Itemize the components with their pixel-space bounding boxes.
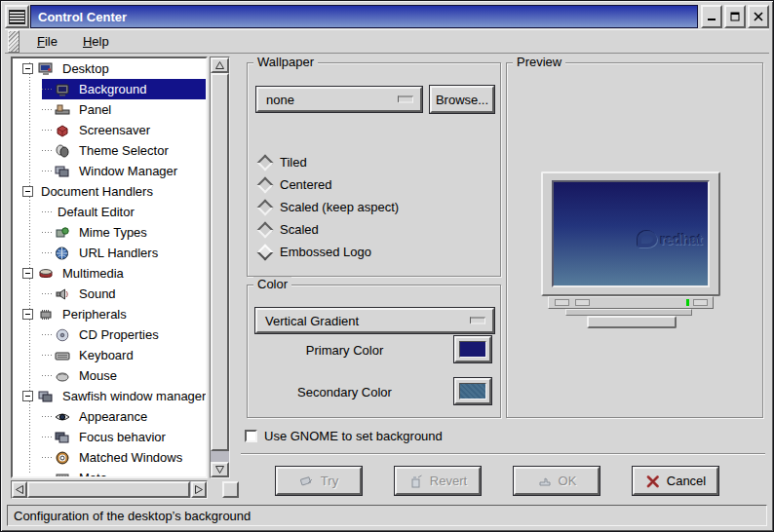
window-menu-button[interactable]	[5, 5, 29, 28]
tree-item-default-editor[interactable]: Default Editor	[42, 202, 206, 222]
monitor-screen: redhat	[552, 180, 710, 287]
use-gnome-checkbox-row[interactable]: Use GNOME to set background	[245, 429, 443, 443]
radio-diamond-icon[interactable]	[257, 199, 274, 215]
try-button[interactable]: Try	[276, 467, 362, 495]
tree-item-label: Focus behavior	[76, 429, 169, 445]
horizontal-scrollbar-thumb[interactable]	[27, 481, 190, 498]
radio-scaled-keep-aspect[interactable]: Scaled (keep aspect)	[257, 196, 492, 218]
tree-item-keyboard[interactable]: Keyboard	[42, 345, 206, 365]
expander-minus-icon[interactable]	[22, 391, 33, 401]
expander-minus-icon[interactable]	[22, 309, 33, 320]
titlebar[interactable]: Control Center	[30, 5, 698, 28]
redhat-logo-text: redhat	[660, 231, 702, 247]
tree-item-label: URL Handlers	[76, 245, 161, 261]
tree-item-label: Sawfish window manager	[59, 388, 208, 404]
expander-minus-icon[interactable]	[22, 186, 33, 197]
button-label: OK	[559, 474, 577, 488]
radio-diamond-icon[interactable]	[257, 244, 274, 260]
radio-label: Embossed Logo	[280, 245, 371, 259]
tree-item-peripherals[interactable]: Peripherals	[13, 304, 206, 324]
tree-item-matched-windows[interactable]: Matched Windows	[42, 447, 206, 468]
arrow-left-icon	[16, 485, 23, 494]
menu-file[interactable]: File	[29, 31, 65, 52]
radio-diamond-icon[interactable]	[257, 154, 274, 171]
radio-embossed-logo[interactable]: Embossed Logo	[257, 241, 492, 263]
tree-item-appearance[interactable]: Appearance	[42, 406, 206, 427]
monitor-button-icon	[555, 299, 569, 306]
power-led-icon	[686, 299, 689, 306]
tree-item-meta[interactable]: Meta	[42, 468, 206, 478]
redhat-swirl-icon	[638, 231, 657, 247]
close-button[interactable]	[748, 5, 769, 28]
theme-selector-icon	[55, 143, 71, 158]
tree-item-panel[interactable]: Panel	[42, 99, 206, 120]
tree-item-background[interactable]: Background	[42, 79, 206, 99]
arrow-down-icon	[215, 466, 224, 474]
radio-diamond-icon[interactable]	[257, 176, 274, 193]
panel-icon	[55, 102, 71, 117]
secondary-color-label: Secondary Color	[248, 385, 442, 399]
tree-item-url-handlers[interactable]: URL Handlers	[42, 243, 206, 263]
tree-item-label: Theme Selector	[76, 142, 172, 159]
tree-item-label: CD Properties	[76, 326, 162, 343]
control-center-window: Control Center File Help DesktopBackgrou…	[0, 0, 774, 532]
minimize-button[interactable]	[701, 5, 722, 28]
scroll-down-button[interactable]	[211, 462, 229, 477]
radio-tiled[interactable]: Tiled	[257, 151, 492, 173]
primary-color-button[interactable]	[454, 336, 491, 362]
tree-item-label: Default Editor	[55, 204, 137, 220]
tree-item-sawfish-window-manager[interactable]: Sawfish window manager	[13, 386, 206, 406]
scroll-left-button[interactable]	[12, 481, 27, 498]
revert-button[interactable]: Revert	[395, 467, 481, 495]
menubar: File Help	[5, 29, 769, 54]
browse-button[interactable]: Browse...	[430, 86, 494, 113]
scroll-right-button[interactable]	[191, 481, 207, 498]
tree-item-label: Mime Types	[76, 224, 150, 241]
tree-item-cd-properties[interactable]: CD Properties	[42, 324, 206, 345]
gradient-select[interactable]: Vertical Gradient	[255, 308, 494, 333]
option-menu-indicator-icon	[470, 318, 485, 324]
wallpaper-frame-title: Wallpaper	[253, 55, 318, 69]
radio-scaled[interactable]: Scaled	[257, 218, 492, 241]
radio-diamond-icon[interactable]	[257, 221, 274, 238]
tree-vertical-scrollbar[interactable]	[210, 57, 230, 478]
wallpaper-select[interactable]: none	[256, 87, 422, 112]
cancel-button[interactable]: Cancel	[633, 467, 718, 495]
tree-item-multimedia[interactable]: Multimedia	[13, 263, 206, 284]
tree-item-document-handlers[interactable]: Document Handlers	[13, 181, 206, 202]
window-title: Control Center	[38, 10, 127, 24]
tree-item-focus-behavior[interactable]: Focus behavior	[42, 427, 206, 447]
tree-item-theme-selector[interactable]: Theme Selector	[42, 140, 206, 161]
ok-icon	[537, 475, 553, 488]
tree-item-window-manager[interactable]: Window Manager	[42, 161, 206, 181]
menu-help[interactable]: Help	[75, 31, 117, 52]
tree-item-label: Mouse	[76, 367, 120, 384]
tree-item-sound[interactable]: Sound	[42, 284, 206, 304]
maximize-button[interactable]	[724, 5, 746, 28]
color-frame-title: Color	[253, 277, 291, 291]
use-gnome-checkbox-label: Use GNOME to set background	[264, 429, 443, 443]
tree-item-label: Appearance	[76, 408, 150, 425]
tree-horizontal-scrollbar[interactable]	[11, 480, 208, 499]
expander-minus-icon[interactable]	[22, 268, 33, 279]
gradient-select-value: Vertical Gradient	[265, 314, 359, 328]
tree-item-mime-types[interactable]: Mime Types	[42, 222, 206, 243]
use-gnome-checkbox[interactable]	[245, 430, 257, 442]
scroll-up-button[interactable]	[211, 57, 229, 73]
ok-button[interactable]: OK	[514, 467, 600, 495]
radio-label: Scaled	[280, 222, 319, 237]
peripherals-icon	[38, 307, 55, 322]
menubar-drag-handle[interactable]	[8, 30, 19, 53]
multimedia-icon	[38, 266, 55, 281]
expander-minus-icon[interactable]	[22, 63, 33, 74]
tree-item-label: Desktop	[59, 60, 112, 77]
radio-centered[interactable]: Centered	[257, 173, 492, 196]
tree-item-label: Document Handlers	[38, 183, 156, 200]
tree-item-mouse[interactable]: Mouse	[42, 365, 206, 386]
pane-resize-handle[interactable]	[222, 481, 239, 498]
secondary-color-button[interactable]	[454, 378, 491, 404]
tree-item-screensaver[interactable]: Screensaver	[42, 120, 206, 140]
tree-item-desktop[interactable]: Desktop	[13, 58, 206, 79]
matched-windows-icon	[55, 450, 71, 465]
vertical-scrollbar-thumb[interactable]	[211, 73, 229, 451]
